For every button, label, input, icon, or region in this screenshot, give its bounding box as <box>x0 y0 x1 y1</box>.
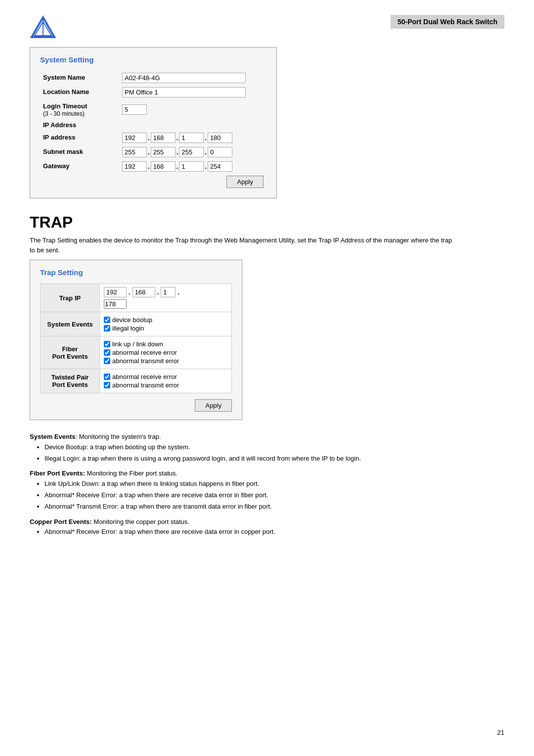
twisted-pair-label: Twisted Pair Port Events <box>41 369 100 393</box>
fiber-link-up-down-label: link up / link down <box>112 340 163 348</box>
login-timeout-row: Login Timeout (3 - 30 minutes) <box>40 99 267 119</box>
twisted-pair-receive-error-label: abnormal receive error <box>112 373 177 380</box>
system-setting-apply-button[interactable]: Apply <box>226 176 264 188</box>
system-events-desc-list: Device Bootup: a trap when booting up th… <box>44 442 455 464</box>
trap-ip-row: Trap IP . . . <box>41 284 232 312</box>
system-setting-apply-row: Apply <box>40 174 267 190</box>
system-event-bootup-checkbox[interactable] <box>104 317 110 323</box>
list-item: Link Up/Link Down: a trap when there is … <box>44 479 455 489</box>
system-name-input[interactable] <box>122 73 246 83</box>
system-event-device-bootup: device bootup <box>104 316 227 324</box>
ip-octet-4[interactable] <box>208 133 232 143</box>
trap-ip-octet-1[interactable] <box>104 287 127 297</box>
system-event-illegal-login-checkbox[interactable] <box>104 325 110 331</box>
gateway-label: Gateway <box>40 159 119 174</box>
trap-ip-octet-2[interactable] <box>133 287 155 297</box>
page-header: 50-Port Dual Web Rack Switch <box>30 15 504 42</box>
gateway-octet-4[interactable] <box>208 161 232 172</box>
ip-octet-1[interactable] <box>122 133 147 143</box>
twisted-pair-transmit-error-label: abnormal transmit error <box>112 381 179 389</box>
trap-setting-table: Trap IP . . . System <box>40 284 232 393</box>
logo-area <box>30 15 62 42</box>
system-events-row: System Events device bootup illegal logi… <box>41 312 232 336</box>
copper-port-desc-title: Copper Port Events: <box>30 518 92 525</box>
fiber-receive-error-label: abnormal receive error <box>112 349 177 356</box>
trap-setting-panel: Trap Setting Trap IP . . . <box>30 260 242 420</box>
trap-description: The Trap Setting enables the device to m… <box>30 236 455 255</box>
twisted-pair-transmit-error: abnormal transmit error <box>104 381 227 389</box>
ip-address-section-label: IP Address <box>40 119 267 131</box>
fiber-event-transmit-error: abnormal transmit error <box>104 357 227 365</box>
trap-setting-title: Trap Setting <box>40 268 232 277</box>
system-events-label: System Events <box>41 312 100 336</box>
trap-ip-octet-4[interactable] <box>104 299 127 309</box>
copper-port-desc-list: Abnormal* Receive Error: a trap when the… <box>44 527 455 537</box>
fiber-port-desc-list: Link Up/Link Down: a trap when there is … <box>44 479 455 512</box>
subnet-octet-2[interactable] <box>151 147 176 157</box>
trap-ip-octet-3[interactable] <box>161 287 176 297</box>
login-timeout-label: Login Timeout (3 - 30 minutes) <box>40 99 119 119</box>
fiber-port-desc-title: Fiber Port Events: <box>30 470 85 477</box>
system-events-desc-title: System Events <box>30 433 76 440</box>
gateway-octet-2[interactable] <box>151 161 176 172</box>
ip-octet-2[interactable] <box>151 133 176 143</box>
system-setting-title: System Setting <box>40 55 267 64</box>
system-name-row: System Name <box>40 71 267 85</box>
location-name-input[interactable] <box>122 87 246 97</box>
ip-address-label: IP address <box>40 131 119 145</box>
fiber-event-link-up-down: link up / link down <box>104 340 227 348</box>
twisted-pair-transmit-error-checkbox[interactable] <box>104 382 110 388</box>
trap-apply-row: Apply <box>40 393 232 412</box>
copper-port-description: Copper Port Events: Monitoring the coppe… <box>30 517 455 538</box>
list-item: Device Bootup: a trap when booting up th… <box>44 442 455 453</box>
fiber-event-receive-error: abnormal receive error <box>104 349 227 356</box>
list-item: Abnormal* Transmit Error: a trap when th… <box>44 502 455 512</box>
location-name-label: Location Name <box>40 85 119 99</box>
system-event-illegal-login-label: illegal login <box>112 325 144 332</box>
twisted-pair-receive-error: abnormal receive error <box>104 373 227 380</box>
gateway-row: Gateway . . . <box>40 159 267 174</box>
fiber-port-description: Fiber Port Events: Monitoring the Fiber … <box>30 469 455 512</box>
subnet-mask-label: Subnet mask <box>40 145 119 159</box>
login-timeout-input[interactable] <box>122 104 147 115</box>
fiber-receive-error-checkbox[interactable] <box>104 349 110 356</box>
location-name-row: Location Name <box>40 85 267 99</box>
gateway-input-group: . . . <box>122 161 264 172</box>
subnet-octet-4[interactable] <box>208 147 232 157</box>
list-item: Abnormal* Receive Error: a trap when the… <box>44 490 455 501</box>
system-events-description: System Events: Monitoring the system's t… <box>30 432 455 464</box>
trap-heading: TRAP <box>30 213 504 232</box>
ip-octet-3[interactable] <box>179 133 204 143</box>
fiber-link-up-down-checkbox[interactable] <box>104 341 110 347</box>
gateway-octet-3[interactable] <box>179 161 204 172</box>
logo-icon <box>30 15 57 42</box>
ip-address-input-group: . . . <box>122 133 264 143</box>
trap-section: TRAP The Trap Setting enables the device… <box>30 213 504 537</box>
subnet-mask-row: Subnet mask . . . <box>40 145 267 159</box>
fiber-port-label: Fiber Port Events <box>41 336 100 369</box>
system-name-label: System Name <box>40 71 119 85</box>
trap-ip-input-group: . . . <box>104 287 227 297</box>
ip-address-header-row: IP Address <box>40 119 267 131</box>
trap-ip-label: Trap IP <box>41 284 100 312</box>
product-name: 50-Port Dual Web Rack Switch <box>391 15 504 29</box>
list-item: Abnormal* Receive Error: a trap when the… <box>44 527 455 537</box>
twisted-pair-receive-error-checkbox[interactable] <box>104 374 110 380</box>
subnet-octet-1[interactable] <box>122 147 147 157</box>
list-item: Illegal Login: a trap when there is usin… <box>44 454 455 464</box>
trap-apply-button[interactable]: Apply <box>195 399 232 412</box>
ip-address-row: IP address . . . <box>40 131 267 145</box>
page-number: 21 <box>497 729 504 736</box>
subnet-octet-3[interactable] <box>179 147 204 157</box>
system-event-bootup-label: device bootup <box>112 316 152 324</box>
fiber-transmit-error-checkbox[interactable] <box>104 358 110 364</box>
subnet-mask-input-group: . . . <box>122 147 264 157</box>
system-event-illegal-login: illegal login <box>104 325 227 332</box>
system-setting-form: System Name Location Name Login Timeout … <box>40 71 267 190</box>
system-setting-panel: System Setting System Name Location Name… <box>30 47 277 198</box>
gateway-octet-1[interactable] <box>122 161 147 172</box>
fiber-transmit-error-label: abnormal transmit error <box>112 357 179 365</box>
twisted-pair-events-row: Twisted Pair Port Events abnormal receiv… <box>41 369 232 393</box>
fiber-port-events-row: Fiber Port Events link up / link down ab… <box>41 336 232 369</box>
